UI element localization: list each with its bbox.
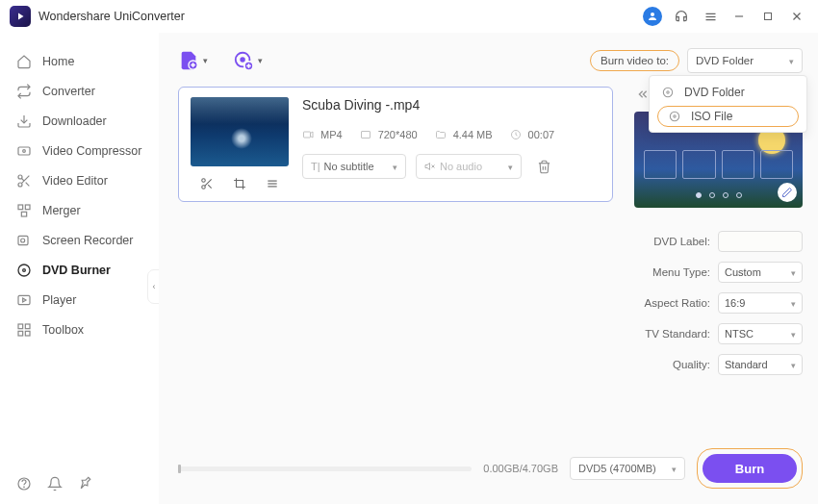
notification-icon[interactable]	[46, 475, 64, 492]
crop-button[interactable]	[232, 176, 247, 191]
svg-point-11	[18, 175, 22, 179]
aspect-ratio-select[interactable]: 16:9	[718, 292, 803, 314]
sidebar-item-label: Toolbox	[42, 323, 84, 337]
content-area: ▾ ▾ Burn video to: DVD Folder DVD Folder	[159, 33, 818, 504]
disc-capacity-select[interactable]: DVD5 (4700MB)	[570, 457, 685, 480]
dropdown-option-dvd-folder[interactable]: DVD Folder	[650, 80, 806, 105]
download-icon	[15, 113, 33, 130]
sidebar-item-home[interactable]: Home	[0, 46, 159, 76]
svg-marker-24	[23, 298, 26, 302]
more-actions-button[interactable]	[265, 176, 280, 191]
svg-marker-51	[311, 132, 314, 138]
file-title: Scuba Diving -.mp4	[302, 97, 601, 113]
dropdown-option-label: DVD Folder	[684, 86, 745, 99]
clock-icon	[510, 128, 523, 140]
home-icon	[15, 53, 33, 70]
sidebar-item-player[interactable]: Player	[0, 285, 159, 315]
svg-line-46	[208, 185, 212, 189]
video-icon	[302, 128, 315, 140]
burn-target-select[interactable]: DVD Folder	[687, 48, 803, 73]
file-card[interactable]: Scuba Diving -.mp4 MP4 720*480 4.44 MB 0…	[178, 87, 613, 202]
minimize-button[interactable]	[728, 5, 751, 28]
tv-standard-label: TV Standard:	[645, 328, 710, 340]
burn-target-select-wrapper: DVD Folder DVD Folder ISO File	[687, 48, 803, 73]
add-file-icon	[178, 50, 199, 71]
svg-line-14	[26, 182, 30, 186]
add-disc-button[interactable]: ▾	[233, 50, 263, 71]
burn-video-to-label: Burn video to:	[590, 50, 679, 71]
svg-rect-5	[765, 13, 772, 20]
help-icon[interactable]	[15, 475, 33, 492]
app-title: Wondershare UniConverter	[38, 10, 185, 23]
burn-target-value: DVD Folder	[696, 55, 754, 66]
svg-point-20	[21, 239, 25, 242]
sidebar: Home Converter Downloader Video Compress…	[0, 33, 159, 504]
audio-select[interactable]: No audio	[416, 154, 522, 179]
sidebar-item-toolbox[interactable]: Toolbox	[0, 315, 159, 344]
sidebar-item-label: Player	[42, 293, 76, 307]
svg-point-39	[663, 88, 672, 96]
burn-button[interactable]: Burn	[703, 454, 797, 483]
folder-icon	[661, 86, 677, 99]
svg-point-41	[670, 112, 678, 120]
sidebar-item-label: DVD Burner	[42, 264, 111, 277]
edit-template-button[interactable]	[778, 183, 797, 202]
dvd-label-input[interactable]	[718, 231, 803, 252]
chevron-down-icon	[791, 297, 796, 309]
maximize-button[interactable]	[756, 5, 780, 28]
menu-type-select[interactable]: Custom	[718, 262, 803, 283]
chevron-down-icon	[791, 266, 796, 278]
chevron-down-icon	[791, 359, 796, 370]
sidebar-item-label: Converter	[42, 85, 95, 98]
sidebar-item-converter[interactable]: Converter	[0, 76, 159, 106]
folder-small-icon	[435, 128, 447, 140]
meta-resolution: 720*480	[360, 128, 418, 140]
dropdown-option-iso-file[interactable]: ISO File	[657, 106, 799, 127]
user-account-button[interactable]	[641, 5, 664, 28]
sidebar-item-merger[interactable]: Merger	[0, 195, 159, 225]
meta-format: MP4	[302, 128, 343, 140]
burn-target-dropdown: DVD Folder ISO File	[649, 75, 807, 133]
resolution-icon	[360, 128, 372, 140]
sidebar-item-downloader[interactable]: Downloader	[0, 106, 159, 136]
quality-label: Quality:	[673, 359, 710, 370]
chevron-down-icon	[672, 463, 677, 474]
titlebar: Wondershare UniConverter	[0, 0, 818, 33]
close-button[interactable]	[785, 5, 808, 28]
app-logo	[10, 6, 31, 27]
sidebar-item-label: Screen Recorder	[42, 234, 134, 247]
hamburger-menu-icon[interactable]	[699, 5, 722, 28]
trim-button[interactable]	[199, 176, 215, 191]
sidebar-item-editor[interactable]: Video Editor	[0, 165, 159, 195]
quality-select[interactable]: Standard	[718, 354, 803, 375]
svg-point-42	[674, 115, 676, 117]
sidebar-item-compressor[interactable]: Video Compressor	[0, 136, 159, 165]
svg-rect-50	[304, 132, 311, 138]
capacity-text: 0.00GB/4.70GB	[483, 463, 558, 474]
svg-point-30	[24, 487, 25, 488]
tv-standard-select[interactable]: NTSC	[718, 323, 803, 344]
sidebar-item-recorder[interactable]: Screen Recorder	[0, 225, 159, 255]
sidebar-item-dvd-burner[interactable]: DVD Burner	[0, 255, 159, 285]
chevron-down-icon	[791, 328, 796, 340]
support-icon[interactable]	[670, 5, 693, 28]
svg-point-40	[667, 91, 669, 93]
subtitle-select[interactable]: T|No subtitle	[302, 154, 406, 179]
dvd-settings: DVD Label: Menu Type:Custom Aspect Ratio…	[634, 231, 803, 375]
menu-type-label: Menu Type:	[652, 266, 710, 278]
svg-marker-54	[425, 164, 430, 170]
svg-rect-9	[18, 147, 30, 155]
pin-icon[interactable]	[77, 475, 94, 492]
svg-rect-25	[18, 324, 23, 329]
top-toolbar: ▾ ▾ Burn video to: DVD Folder DVD Folder	[178, 46, 803, 75]
burn-button-highlight: Burn	[697, 448, 803, 489]
svg-line-15	[21, 178, 24, 181]
sidebar-item-label: Home	[42, 55, 74, 68]
delete-file-button[interactable]	[531, 154, 556, 179]
svg-rect-18	[21, 212, 26, 216]
svg-point-22	[23, 268, 26, 271]
aspect-ratio-label: Aspect Ratio:	[645, 297, 710, 309]
scissors-icon	[15, 172, 33, 189]
meta-size: 4.44 MB	[435, 128, 493, 140]
add-file-button[interactable]: ▾	[178, 50, 208, 71]
